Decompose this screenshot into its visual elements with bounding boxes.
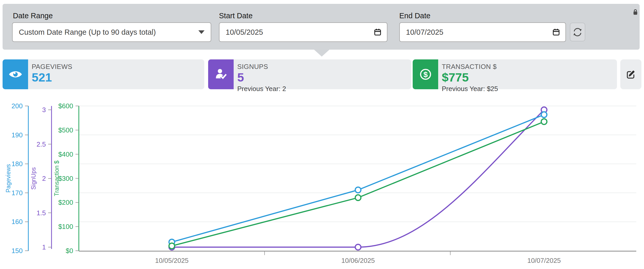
y-axis-tick-label: 150 xyxy=(12,247,23,255)
y-axis-tick-label: 1.5 xyxy=(37,209,46,217)
y-axis-title: SignUps xyxy=(30,167,37,190)
y-axis-title: Pageviews xyxy=(5,164,12,193)
series-line-pageviews xyxy=(172,115,544,242)
series-line-transaction xyxy=(172,122,544,246)
y-axis-tick-label: $100 xyxy=(58,223,73,230)
metrics-line-chart: 10/05/202510/06/202510/07/20251501601701… xyxy=(0,0,644,269)
y-axis-tick-label: $300 xyxy=(58,175,73,182)
y-axis-tick-label: 160 xyxy=(12,218,23,226)
x-axis-label: 10/07/2025 xyxy=(527,257,561,264)
y-axis-tick-label: 1 xyxy=(42,243,46,251)
y-axis-tick-label: $200 xyxy=(58,199,73,206)
y-axis-title: Transaction $ xyxy=(53,160,60,196)
y-axis-tick-label: 190 xyxy=(12,131,23,139)
data-point-marker xyxy=(355,187,361,193)
y-axis-tick-label: 170 xyxy=(12,189,23,197)
data-point-marker xyxy=(541,119,547,124)
y-axis-tick-label: 200 xyxy=(12,102,23,110)
y-axis-tick-label: $400 xyxy=(58,150,73,158)
data-point-marker xyxy=(541,112,547,118)
y-axis-tick-label: $500 xyxy=(58,126,73,134)
y-axis-tick-label: 180 xyxy=(12,160,23,168)
x-axis-label: 10/05/2025 xyxy=(155,257,189,264)
x-axis-label: 10/06/2025 xyxy=(341,257,375,264)
y-axis-tick-label: $0 xyxy=(66,247,73,255)
data-point-marker xyxy=(169,243,175,249)
data-point-marker xyxy=(355,244,361,250)
y-axis-tick-label: 2 xyxy=(42,175,46,182)
y-axis-tick-label: 3 xyxy=(42,106,46,114)
y-axis-tick-label: $600 xyxy=(58,102,73,110)
data-point-marker xyxy=(355,195,361,201)
y-axis-tick-label: 2.5 xyxy=(37,140,46,148)
